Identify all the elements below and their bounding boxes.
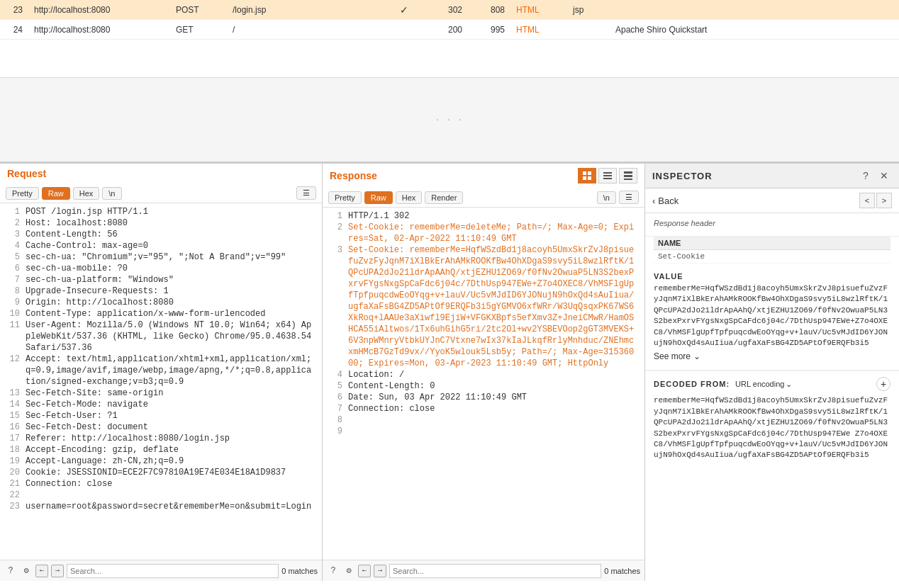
row-path: /login.jsp [227,5,340,15]
name-header: NAME [654,237,890,250]
search-input-request[interactable] [67,564,279,578]
code-line: 6sec-ch-ua-mobile: ?0 [6,263,316,274]
tab-pretty-response[interactable]: Pretty [328,191,362,204]
inspector-nav: ‹ Back < > [645,188,899,213]
top-table: 23 http://localhost:8080 POST /login.jsp… [0,0,899,78]
row-method: POST [170,5,227,15]
settings-icon-request[interactable]: ⚙ [20,565,33,577]
matches-request: 0 matches [281,567,318,575]
middle-spacer: · · · [0,78,899,163]
tab-pretty-request[interactable]: Pretty [6,187,39,200]
row-url: http://localhost:8080 [28,25,170,35]
row-type: HTML [510,5,567,15]
tab-render-response[interactable]: Render [425,191,463,204]
code-line: 23username=root&password=secret&remember… [6,501,316,512]
code-line: 13Sec-Fetch-Site: same-origin [6,388,316,399]
request-footer: ? ⚙ ← → 0 matches [0,560,322,581]
add-decoded-btn[interactable]: + [876,377,890,391]
prev-arrow[interactable]: < [859,193,875,208]
tab-menu-request[interactable]: ☰ [296,186,316,200]
name-section: NAME Set-Cookie [645,237,899,266]
code-line: 7sec-ch-ua-platform: "Windows" [6,274,316,285]
table-row[interactable]: 23 http://localhost:8080 POST /login.jsp… [0,0,899,20]
tab-n-response[interactable]: \n [597,191,616,204]
back-button[interactable]: ‹ Back [652,196,679,206]
code-line: 18Accept-Encoding: gzip, deflate [6,444,316,456]
help-icon-request[interactable]: ? [4,565,17,577]
row-num: 24 [0,25,28,35]
tab-raw-response[interactable]: Raw [364,191,393,204]
search-input-response[interactable] [389,564,601,578]
svg-rect-0 [583,171,586,175]
view-mode-buttons [578,168,637,183]
next-btn-request[interactable]: → [51,565,64,577]
help-icon-response[interactable]: ? [327,565,340,577]
inspector-response-header-section: Response header [645,213,899,237]
code-line: 9Origin: http://localhost:8080 [6,297,316,308]
view-compact-btn[interactable] [619,168,637,183]
code-line: 6Date: Sun, 03 Apr 2022 11:10:49 GMT [328,392,639,403]
code-line: 2Host: localhost:8080 [6,217,316,229]
inspector-close-btn[interactable]: ✕ [876,168,892,183]
inspector-help-btn[interactable]: ? [858,168,873,183]
prev-btn-request[interactable]: ← [35,565,48,577]
chevron-down-icon: ⌄ [786,380,792,389]
code-line: 16Sec-Fetch-Dest: document [6,422,316,433]
row-ext: jsp [567,5,610,15]
row-num: 23 [0,5,28,15]
code-line: 8 [328,414,639,426]
inspector-title: INSPECTOR [652,171,713,181]
encoding-label: URL encoding [735,380,784,388]
code-line: 20Cookie: JSESSIONID=ECE2F7C97810A19E74E… [6,467,316,478]
svg-rect-7 [624,171,632,174]
view-list-btn[interactable] [598,168,617,183]
code-line: 2Set-Cookie: rememberMe=deleteMe; Path=/… [328,222,639,244]
nv-value [729,252,886,261]
tab-hex-response[interactable]: Hex [396,191,423,204]
next-arrow[interactable]: > [876,193,892,208]
tab-n-request[interactable]: \n [102,187,121,200]
tab-raw-request[interactable]: Raw [42,187,70,200]
nv-row-set-cookie[interactable]: Set-Cookie [654,250,890,264]
code-line: 15Sec-Fetch-User: ?1 [6,410,316,422]
encoding-select[interactable]: URL encoding ⌄ [735,380,792,389]
view-grid-btn[interactable] [578,168,596,183]
see-more-label: See more [654,351,691,361]
code-line: 21Connection: close [6,478,316,490]
code-line: 17Referer: http://localhost:8080/login.j… [6,433,316,444]
tab-hex-request[interactable]: Hex [73,187,100,200]
row-status: 200 [425,25,468,35]
value-col-header-hidden [729,239,886,247]
code-line: 1HTTP/1.1 302 [328,210,639,222]
code-line: 12Accept: text/html,application/xhtml+xm… [6,354,316,388]
tab-menu-response[interactable]: ☰ [619,191,639,204]
code-line: 11User-Agent: Mozilla/5.0 (Windows NT 10… [6,320,316,354]
row-status: 302 [425,5,468,15]
name-col-header: NAME [658,239,729,247]
value-section: VALUE rememberMe=HqfWSzdBd1j8acoyh5UmxSk… [645,266,899,371]
next-btn-response[interactable]: → [374,565,386,577]
svg-rect-5 [603,175,612,176]
code-line: 4Cache-Control: max-age=0 [6,240,316,251]
value-label: VALUE [654,272,890,281]
code-line: 9 [328,426,639,437]
see-more-button[interactable]: See more ⌄ [654,349,700,364]
settings-icon-response[interactable]: ⚙ [342,565,355,577]
row-type: HTML [510,25,567,35]
code-line: 5sec-ch-ua: "Chromium";v="95", ";Not A B… [6,251,316,263]
svg-rect-6 [603,178,612,179]
request-toolbar: Pretty Raw Hex \n ☰ [0,183,322,203]
code-line: 3Content-Length: 56 [6,229,316,240]
code-line: 5Content-Length: 0 [328,380,639,392]
request-panel: Request Pretty Raw Hex \n ☰ 1POST /login… [0,164,323,581]
prev-btn-response[interactable]: ← [358,565,371,577]
value-content: rememberMe=HqfWSzdBd1j8acoyh5UmxSkrZvJ8p… [654,283,890,349]
response-panel: Response Pretty Raw Hex Render \n ☰ [323,164,645,581]
code-line: 22 [6,490,316,501]
table-row[interactable]: 24 http://localhost:8080 GET / 200 995 H… [0,20,899,40]
decoded-header: DECODED FROM: URL encoding ⌄ + [654,377,890,391]
code-line: 10Content-Type: application/x-www-form-u… [6,308,316,320]
row-url: http://localhost:8080 [28,5,170,15]
response-content: 1HTTP/1.1 302 2Set-Cookie: rememberMe=de… [323,208,644,560]
decoded-section: DECODED FROM: URL encoding ⌄ + rememberM… [645,371,899,581]
